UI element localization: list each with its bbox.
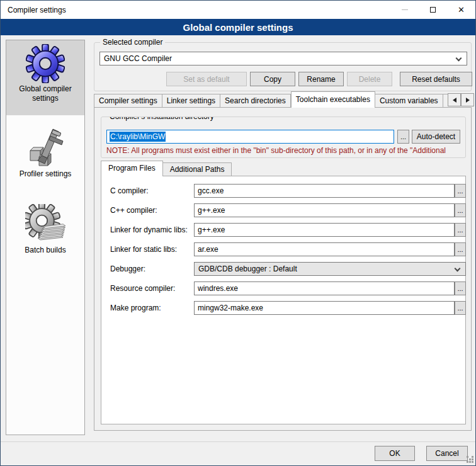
compiler-select[interactable]: GNU GCC Compiler [99, 52, 467, 65]
cpp-compiler-browse-button[interactable]: ... [455, 203, 466, 217]
tab-custom-variables[interactable]: Custom variables [375, 94, 443, 107]
make-program-row: Make program: ... [101, 301, 465, 315]
cpp-compiler-label: C++ compiler: [110, 203, 157, 217]
arrow-left-icon [453, 98, 456, 103]
make-program-input[interactable] [194, 301, 455, 315]
chevron-down-icon [455, 266, 461, 272]
selected-compiler-label: Selected compiler [100, 38, 165, 47]
settings-category-sidebar: Global compiler settings Profiler settin… [6, 40, 85, 435]
linker-static-libs-label: Linker for static libs: [110, 242, 177, 256]
maximize-icon [430, 7, 436, 13]
toolchain-executables-page: Compiler's installation directory C:\ray… [94, 107, 472, 431]
install-dir-note: NOTE: All programs must exist either in … [106, 146, 465, 155]
tab-search-directories[interactable]: Search directories [220, 94, 291, 107]
chevron-down-icon [456, 55, 462, 62]
installation-directory-group: Compiler's installation directory C:\ray… [101, 116, 466, 158]
make-program-browse-button[interactable]: ... [455, 301, 466, 315]
linker-dynamic-libs-browse-button[interactable]: ... [455, 223, 466, 237]
linker-dynamic-libs-input[interactable] [194, 223, 455, 237]
ok-button[interactable]: OK [375, 446, 415, 461]
dialog-body: Global compiler settings Profiler settin… [1, 35, 475, 465]
linker-dynamic-libs-label: Linker for dynamic libs: [110, 223, 188, 237]
arrow-right-icon [466, 98, 470, 103]
program-files-panel: C compiler: ...C++ compiler: ...Linker f… [101, 176, 466, 424]
window-controls: ✕ [390, 1, 475, 19]
sidebar-item-label: Batch builds [6, 244, 84, 258]
linker-dynamic-libs-row: Linker for dynamic libs: ... [101, 223, 465, 237]
c-compiler-browse-button[interactable]: ... [455, 184, 466, 198]
make-program-label: Make program: [110, 301, 161, 315]
footer-divider [1, 441, 475, 442]
minimize-button[interactable] [390, 1, 419, 19]
window-title: Compiler settings [1, 6, 66, 14]
cancel-button[interactable]: Cancel [426, 446, 468, 461]
sidebar-item-label: Global compiler settings [6, 83, 84, 106]
c-compiler-input[interactable] [194, 184, 455, 198]
close-button[interactable]: ✕ [447, 1, 475, 19]
tab-additional-paths[interactable]: Additional Paths [163, 162, 232, 176]
tab-scroll-right-button[interactable] [461, 93, 474, 106]
delete-button[interactable]: Delete [347, 72, 392, 86]
tab-toolchain-executables[interactable]: Toolchain executables [291, 91, 375, 108]
resource-compiler-browse-button[interactable]: ... [455, 281, 466, 295]
reset-defaults-button[interactable]: Reset defaults [400, 72, 472, 86]
c-compiler-row: C compiler: ... [101, 184, 465, 198]
minimize-icon [402, 9, 408, 10]
linker-static-libs-browse-button[interactable]: ... [455, 242, 466, 256]
sidebar-item-label: Profiler settings [6, 168, 84, 181]
install-dir-value: C:\raylib\MinGW [110, 132, 166, 142]
compiler-settings-dialog: Compiler settings ✕ Global compiler sett… [0, 0, 476, 466]
install-dir-input[interactable]: C:\raylib\MinGW [106, 130, 394, 144]
cpp-compiler-row: C++ compiler: ... [101, 203, 465, 217]
banner-title: Global compiler settings [183, 22, 293, 33]
tab-compiler-settings[interactable]: Compiler settings [94, 94, 162, 107]
title-bar: Compiler settings ✕ [1, 1, 475, 19]
linker-static-libs-row: Linker for static libs: ... [101, 242, 465, 256]
compiler-select-value: GNU GCC Compiler [104, 54, 172, 63]
copy-button[interactable]: Copy [250, 72, 295, 86]
settings-tab-strip: Compiler settingsLinker settingsSearch d… [94, 91, 448, 108]
set-as-default-button[interactable]: Set as default [166, 72, 247, 86]
resource-compiler-input[interactable] [194, 281, 455, 295]
tab-linker-settings[interactable]: Linker settings [162, 94, 220, 107]
install-dir-browse-button[interactable]: ... [397, 130, 409, 144]
maximize-button[interactable] [419, 1, 447, 19]
rename-button[interactable]: Rename [298, 72, 344, 86]
auto-detect-button[interactable]: Auto-detect [412, 130, 460, 144]
installation-directory-label: Compiler's installation directory [107, 116, 217, 121]
tab-build-options[interactable]: Build options [443, 94, 448, 107]
close-icon: ✕ [458, 6, 465, 14]
c-compiler-label: C compiler: [110, 184, 149, 198]
linker-static-libs-input[interactable] [194, 242, 455, 256]
cpp-compiler-input[interactable] [194, 203, 455, 217]
debugger-select[interactable]: GDB/CDB debugger : Default [194, 262, 466, 276]
dialog-banner: Global compiler settings [1, 19, 475, 35]
resource-compiler-row: Resource compiler: ... [101, 281, 465, 295]
debugger-row: Debugger: GDB/CDB debugger : Default [101, 262, 465, 276]
debugger-label: Debugger: [110, 262, 145, 276]
selected-compiler-group: Selected compiler GNU GCC Compiler Set a… [94, 42, 472, 91]
resource-compiler-label: Resource compiler: [110, 281, 175, 295]
sidebar-item-profiler-settings[interactable]: Profiler settings [6, 124, 84, 181]
debugger-value: GDB/CDB debugger : Default [198, 264, 297, 273]
caliper-icon [25, 128, 65, 168]
blue-gear-icon [26, 44, 65, 83]
tab-scroll-left-button[interactable] [448, 93, 461, 106]
sidebar-item-global-compiler-settings[interactable]: Global compiler settings [6, 40, 84, 115]
tab-program-files[interactable]: Program Files [101, 161, 163, 176]
sidebar-item-batch-builds[interactable]: Batch builds [6, 200, 84, 258]
program-files-tab-strip: Program FilesAdditional Paths [101, 160, 232, 176]
resize-grip-icon[interactable] [467, 456, 468, 458]
gear-stack-icon [25, 204, 65, 244]
